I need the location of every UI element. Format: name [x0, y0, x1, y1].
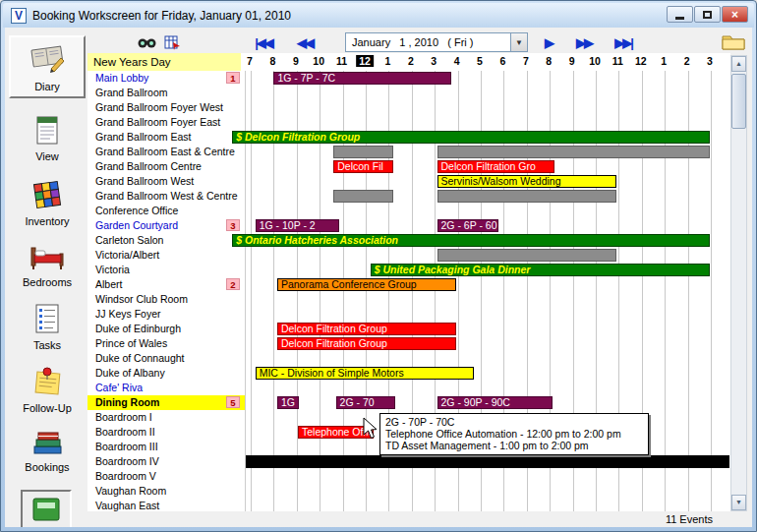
- room-label[interactable]: Boardroom II: [87, 425, 245, 440]
- room-label[interactable]: Vaughan Room: [87, 484, 245, 499]
- blocked-time-bar[interactable]: [333, 190, 393, 203]
- room-label[interactable]: Boardroom V: [87, 469, 245, 484]
- blocked-time-bar[interactable]: [437, 249, 617, 262]
- booking-bar[interactable]: Servinis/Walsom Wedding: [437, 175, 617, 188]
- room-event-count-badge[interactable]: 1: [226, 72, 240, 84]
- booking-bar[interactable]: Panorama Conference Group: [277, 278, 457, 291]
- room-label[interactable]: Duke of Albany: [87, 366, 245, 381]
- scrollbar-thumb[interactable]: [731, 74, 746, 129]
- room-row[interactable]: Victoria/Albert: [87, 248, 245, 263]
- chevron-down-icon[interactable]: ▼: [510, 33, 527, 51]
- room-label[interactable]: Grand Ballroom Centre: [87, 159, 245, 174]
- room-event-count-badge[interactable]: 2: [226, 278, 240, 290]
- nav-last-day-button[interactable]: ▶▶|: [607, 33, 640, 51]
- new-folder-icon[interactable]: [721, 31, 746, 51]
- room-label[interactable]: Grand Ballroom Foyer West: [87, 100, 245, 115]
- room-row[interactable]: Grand Ballroom East & Centre: [87, 145, 245, 159]
- room-label[interactable]: Duke of Connaught: [87, 351, 245, 366]
- room-row[interactable]: Boardroom II: [87, 425, 245, 440]
- room-row[interactable]: Carleton Salon: [87, 233, 245, 248]
- booking-bar[interactable]: 1G - 7P - 7C: [273, 72, 450, 85]
- room-label[interactable]: Grand Ballroom East: [87, 130, 245, 145]
- room-row[interactable]: Main Lobby1: [87, 71, 245, 86]
- booking-bar[interactable]: $ United Packaging Gala Dinner: [371, 264, 710, 276]
- room-row[interactable]: Victoria: [87, 263, 245, 277]
- room-label[interactable]: Conference Office: [87, 204, 245, 218]
- sidebar-item-follow-up[interactable]: Follow-Up: [9, 364, 86, 414]
- room-event-count-badge[interactable]: 5: [226, 396, 240, 408]
- room-row[interactable]: Duke of Connaught: [87, 351, 245, 366]
- room-row[interactable]: Grand Ballroom Foyer East: [87, 115, 245, 130]
- booking-bar[interactable]: MIC - Division of Simple Motors: [256, 367, 474, 380]
- sidebar-item-bedrooms[interactable]: Bedrooms: [9, 242, 86, 288]
- room-row[interactable]: Grand Ballroom West & Centre: [87, 189, 245, 204]
- room-row[interactable]: Grand Ballroom Centre: [87, 159, 245, 174]
- sidebar-item-bookings[interactable]: Bookings: [9, 427, 86, 473]
- room-label[interactable]: Grand Ballroom West & Centre: [87, 189, 245, 204]
- sidebar-item-diary[interactable]: Diary: [9, 35, 86, 98]
- room-label[interactable]: JJ Keys Foyer: [87, 307, 245, 322]
- room-row[interactable]: Conference Office: [87, 204, 245, 218]
- booking-bar[interactable]: $ Delcon Filtration Group: [232, 131, 710, 144]
- title-bar[interactable]: V Booking Workscreen for Friday, January…: [3, 3, 754, 28]
- room-label[interactable]: Windsor Club Room: [87, 292, 245, 307]
- room-row[interactable]: Grand Ballroom Foyer West: [87, 100, 245, 115]
- room-row[interactable]: Boardroom I: [87, 410, 245, 425]
- room-label[interactable]: Cafe' Riva: [87, 381, 245, 395]
- nav-prev-day-button[interactable]: ◀◀: [290, 33, 320, 51]
- room-row[interactable]: Cafe' Riva: [87, 381, 245, 395]
- nav-next-day-button[interactable]: ▶: [538, 33, 559, 51]
- booking-bar[interactable]: Delcon Filtration Group: [277, 323, 457, 335]
- minimize-button[interactable]: [667, 6, 693, 23]
- room-label[interactable]: Prince of Wales: [87, 336, 245, 351]
- room-row[interactable]: Grand Ballroom East: [87, 130, 245, 145]
- room-label[interactable]: Grand Ballroom West: [87, 174, 245, 189]
- room-row[interactable]: Duke of Albany: [87, 366, 245, 381]
- room-label[interactable]: Dining Room: [87, 395, 245, 410]
- room-row[interactable]: Prince of Wales: [87, 336, 245, 351]
- room-row[interactable]: Dining Room5: [87, 395, 245, 410]
- nav-next-week-button[interactable]: ▶▶: [569, 33, 599, 51]
- close-button[interactable]: ×: [722, 6, 748, 23]
- booking-bar[interactable]: 2G - 70: [336, 396, 396, 409]
- find-binoculars-icon[interactable]: [137, 33, 158, 51]
- vertical-scrollbar[interactable]: ▲ ▼: [730, 55, 747, 511]
- room-row[interactable]: JJ Keys Foyer: [87, 307, 245, 322]
- blocked-time-bar[interactable]: [437, 146, 710, 158]
- room-label[interactable]: Grand Ballroom: [87, 86, 245, 100]
- room-label[interactable]: Victoria/Albert: [87, 248, 245, 263]
- room-row[interactable]: Boardroom III: [87, 440, 245, 454]
- room-row[interactable]: Albert2: [87, 277, 245, 292]
- booking-bar[interactable]: 2G - 90P - 90C: [437, 396, 553, 409]
- room-event-count-badge[interactable]: 3: [226, 219, 240, 231]
- room-row[interactable]: Vaughan Room: [87, 484, 245, 499]
- room-row[interactable]: Grand Ballroom West: [87, 174, 245, 189]
- room-row[interactable]: Duke of Edinburgh: [87, 322, 245, 336]
- booking-bar[interactable]: 2G - 6P - 60: [437, 219, 498, 232]
- room-row[interactable]: Boardroom IV: [87, 454, 245, 469]
- room-label[interactable]: Grand Ballroom East & Centre: [87, 145, 245, 159]
- room-label[interactable]: Duke of Edinburgh: [87, 322, 245, 336]
- booking-bar[interactable]: Delcon Filtration Gro: [437, 160, 554, 173]
- booking-bar[interactable]: Delcon Fil: [333, 160, 393, 173]
- room-label[interactable]: Boardroom III: [87, 440, 245, 454]
- scroll-up-button[interactable]: ▲: [731, 56, 746, 72]
- room-label[interactable]: Vaughan East: [87, 499, 245, 511]
- sidebar-item-tasks[interactable]: Tasks: [9, 303, 86, 351]
- blocked-time-bar[interactable]: [333, 146, 393, 158]
- room-row[interactable]: Vaughan East: [87, 499, 245, 511]
- sidebar-item-partial[interactable]: [21, 490, 72, 527]
- room-label[interactable]: Garden Courtyard: [87, 218, 245, 233]
- blocked-time-bar[interactable]: [246, 455, 729, 468]
- goto-date-icon[interactable]: [163, 33, 181, 51]
- room-label[interactable]: Boardroom IV: [87, 454, 245, 469]
- room-label[interactable]: Albert: [87, 277, 245, 292]
- booking-bar[interactable]: Delcon Filtration Group: [277, 337, 457, 350]
- booking-bar[interactable]: $ Ontario Hatcheries Association: [232, 234, 710, 247]
- sidebar-item-inventory[interactable]: Inventory: [9, 179, 86, 227]
- date-selector[interactable]: January 1 , 2010 ( Fri ) ▼: [345, 32, 528, 52]
- scroll-down-button[interactable]: ▼: [731, 495, 746, 510]
- booking-bar[interactable]: 1G - 10P - 2: [256, 219, 339, 232]
- nav-first-day-button[interactable]: |◀◀: [247, 33, 280, 51]
- room-row[interactable]: Garden Courtyard3: [87, 218, 245, 233]
